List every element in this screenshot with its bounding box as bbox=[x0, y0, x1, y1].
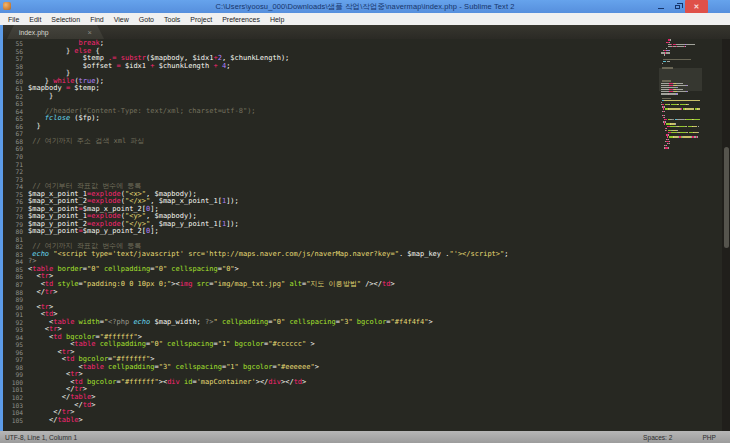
line-number: 84 bbox=[3, 258, 23, 266]
code-text bbox=[23, 168, 28, 176]
menu-preferences[interactable]: Preferences bbox=[217, 13, 265, 25]
editor-pane[interactable]: 55 break;56 } else {57 $temp .= substr($… bbox=[3, 39, 730, 431]
line-number: 85 bbox=[3, 266, 23, 274]
line-number: 101 bbox=[3, 386, 23, 394]
menu-bar: FileEditSelectionFindViewGotoToolsProjec… bbox=[0, 13, 730, 25]
syntax-mode-status[interactable]: PHP bbox=[702, 434, 716, 441]
tab-bar: index.php × bbox=[3, 25, 730, 39]
line-number: 70 bbox=[3, 153, 23, 161]
line-number: 60 bbox=[3, 78, 23, 86]
code-text: </table> bbox=[23, 417, 83, 425]
line-number: 91 bbox=[3, 311, 23, 319]
menu-tools[interactable]: Tools bbox=[159, 13, 185, 25]
code-text: </tr> bbox=[23, 289, 58, 297]
minimize-button[interactable] bbox=[653, 0, 669, 13]
indent-settings-status[interactable]: Spaces: 2 bbox=[643, 434, 672, 441]
tab-close-icon[interactable]: × bbox=[88, 28, 92, 37]
line-number: 95 bbox=[3, 341, 23, 349]
restore-icon bbox=[675, 5, 680, 9]
code-line: 95 <table cellpadding="0" cellspacing="1… bbox=[3, 341, 508, 349]
code-line: 105 </table> bbox=[3, 417, 508, 425]
tab-index-php[interactable]: index.php × bbox=[7, 25, 104, 39]
close-icon: ✕ bbox=[694, 3, 700, 10]
code-line: 92 <table width="<?php echo $map_width; … bbox=[3, 319, 508, 327]
line-number: 72 bbox=[3, 168, 23, 176]
sublime-window: C:\Users\yoosu_000\Downloads\샘플 작업\작업중\n… bbox=[0, 0, 730, 443]
menu-file[interactable]: File bbox=[3, 13, 24, 25]
menu-edit[interactable]: Edit bbox=[24, 13, 46, 25]
line-number: 64 bbox=[3, 108, 23, 116]
line-number: 86 bbox=[3, 273, 23, 281]
line-number: 74 bbox=[3, 183, 23, 191]
minimap[interactable] bbox=[661, 39, 700, 431]
title-bar[interactable]: C:\Users\yoosu_000\Downloads\샘플 작업\작업중\n… bbox=[0, 0, 730, 13]
menu-find[interactable]: Find bbox=[85, 13, 109, 25]
sublime-icon bbox=[3, 2, 11, 10]
code-text bbox=[23, 145, 28, 153]
menu-help[interactable]: Help bbox=[265, 13, 289, 25]
status-bar: UTF-8, Line 1, Column 1 Spaces: 2 PHP bbox=[0, 431, 730, 443]
cursor-position-status: UTF-8, Line 1, Column 1 bbox=[0, 434, 643, 441]
line-number: 83 bbox=[3, 251, 23, 259]
scrollbar-thumb[interactable] bbox=[724, 147, 729, 248]
line-number: 93 bbox=[3, 326, 23, 334]
restore-button[interactable] bbox=[669, 0, 685, 13]
line-number: 56 bbox=[3, 48, 23, 56]
close-button[interactable]: ✕ bbox=[685, 0, 708, 13]
line-number: 92 bbox=[3, 319, 23, 327]
line-number: 88 bbox=[3, 289, 23, 297]
line-number: 76 bbox=[3, 198, 23, 206]
line-number: 96 bbox=[3, 349, 23, 357]
vertical-scrollbar[interactable] bbox=[722, 39, 730, 431]
line-number: 58 bbox=[3, 63, 23, 71]
line-number: 90 bbox=[3, 304, 23, 312]
code-line: 70 bbox=[3, 153, 508, 161]
code-line: 87 <td style="padding:0 0 10px 0;"><img … bbox=[3, 281, 508, 289]
code-line: 66 } bbox=[3, 123, 508, 131]
line-number: 79 bbox=[3, 221, 23, 229]
code-line: 71 bbox=[3, 161, 508, 169]
code-line: 85<table border="0" cellpadding="0" cell… bbox=[3, 266, 508, 274]
line-number: 69 bbox=[3, 145, 23, 153]
line-number: 68 bbox=[3, 138, 23, 146]
code-text: <table width="<?php echo $map_width; ?>"… bbox=[23, 319, 433, 327]
line-number: 78 bbox=[3, 213, 23, 221]
menu-goto[interactable]: Goto bbox=[134, 13, 159, 25]
code-area[interactable]: 55 break;56 } else {57 $temp .= substr($… bbox=[3, 40, 508, 424]
line-number: 105 bbox=[3, 417, 23, 425]
code-text: <td style="padding:0 0 10px 0;"><img src… bbox=[23, 281, 395, 289]
line-number: 99 bbox=[3, 371, 23, 379]
code-text: // 여기까지 주소 검색 xml 파싱 bbox=[23, 138, 144, 146]
menu-project[interactable]: Project bbox=[185, 13, 217, 25]
tab-label: index.php bbox=[19, 29, 84, 36]
window-controls: ✕ bbox=[653, 0, 708, 13]
code-text: } bbox=[23, 123, 41, 131]
line-number: 62 bbox=[3, 93, 23, 101]
line-number: 63 bbox=[3, 100, 23, 108]
line-number: 75 bbox=[3, 191, 23, 199]
line-number: 87 bbox=[3, 281, 23, 289]
code-line: 103 </td> bbox=[3, 402, 508, 410]
line-number: 66 bbox=[3, 123, 23, 131]
line-number: 59 bbox=[3, 70, 23, 78]
line-number: 71 bbox=[3, 161, 23, 169]
code-line: 68 // 여기까지 주소 검색 xml 파싱 bbox=[3, 138, 508, 146]
menu-selection[interactable]: Selection bbox=[46, 13, 85, 25]
line-number: 57 bbox=[3, 55, 23, 63]
code-text: } bbox=[23, 93, 53, 101]
code-text: <table border="0" cellpadding="0" cellsp… bbox=[23, 266, 239, 274]
code-line: 61$mapbody = $temp; bbox=[3, 85, 508, 93]
line-number: 81 bbox=[3, 236, 23, 244]
line-number: 65 bbox=[3, 115, 23, 123]
code-line: 58 $offset = $idx1 + $chunkLength + 4; bbox=[3, 63, 508, 71]
line-number: 82 bbox=[3, 243, 23, 251]
menu-view[interactable]: View bbox=[109, 13, 134, 25]
line-number: 55 bbox=[3, 40, 23, 48]
line-number: 61 bbox=[3, 85, 23, 93]
line-number: 97 bbox=[3, 356, 23, 364]
line-number: 67 bbox=[3, 130, 23, 138]
line-number: 100 bbox=[3, 379, 23, 387]
code-text: echo "<script type='text/javascript' src… bbox=[23, 251, 508, 259]
minimap-line bbox=[661, 147, 700, 149]
line-number: 77 bbox=[3, 206, 23, 214]
